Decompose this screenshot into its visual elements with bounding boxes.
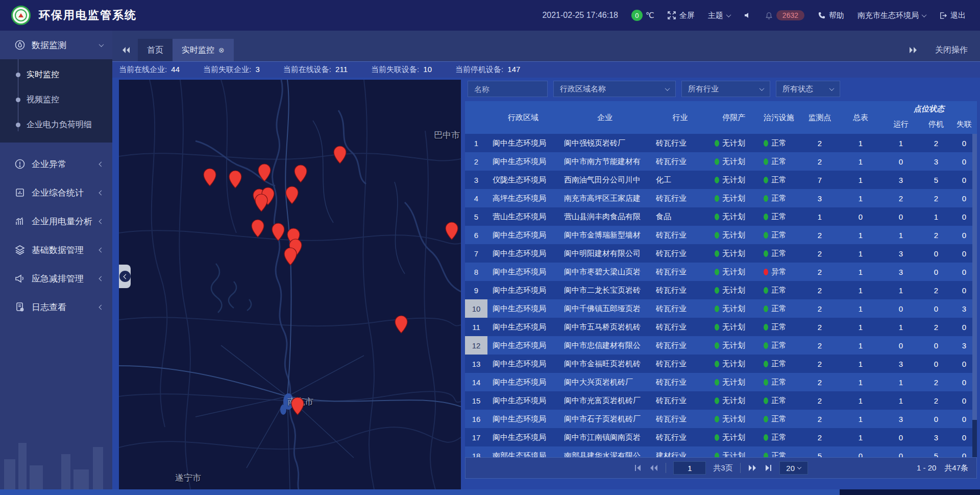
table-row[interactable]: 3仪陇生态环境局西南油气田分公司川中化工无计划正常71350 [465, 171, 977, 189]
table-row[interactable]: 13阆中生态环境局阆中市金福旺页岩机砖砖瓦行业无计划正常21300 [465, 355, 977, 373]
previous-page-button[interactable] [649, 464, 658, 472]
close-operations-dropdown[interactable]: 关闭操作 [935, 45, 968, 56]
map-pin-icon[interactable] [333, 146, 347, 164]
status-dot-green [764, 287, 768, 294]
map-panel[interactable]: 巴中市南充市遂宁市 [119, 80, 461, 489]
table-row[interactable]: 17阆中生态环境局阆中市江南镇阆南页岩砖瓦行业无计划正常21030 [465, 428, 977, 446]
help-button[interactable]: 帮助 [818, 11, 844, 20]
summary-icon [14, 187, 26, 198]
table-cell: 1 [881, 281, 921, 299]
sidebar-subitem-企业电力负荷明细[interactable]: 企业电力负荷明细 [0, 112, 112, 137]
table-row[interactable]: 5营山生态环境局营山县润丰肉食品有限食品无计划正常10010 [465, 207, 977, 226]
table-cell: 无计划 [709, 226, 758, 244]
close-icon[interactable]: ⊗ [218, 46, 225, 54]
table-row[interactable]: 4高坪生态环境局南充市高坪区王家店建砖瓦行业无计划正常31220 [465, 189, 977, 207]
name-filter-input-box [468, 81, 548, 97]
table-cell: 3 [881, 355, 921, 373]
status-dot-green [715, 361, 719, 367]
table-row[interactable]: 9阆中生态环境局阆中市二龙长宝页岩砖砖瓦行业无计划正常21120 [465, 281, 977, 299]
panel-collapse-button[interactable] [119, 265, 131, 288]
table-cell: 无计划 [709, 355, 758, 373]
table-cell: 正常 [758, 281, 799, 299]
table-row[interactable]: 14阆中生态环境局阆中大兴页岩机砖厂砖瓦行业无计划正常21120 [465, 373, 977, 391]
double-right-icon[interactable] [909, 46, 918, 54]
map-pin-icon[interactable] [395, 315, 408, 334]
mute-button[interactable] [744, 11, 752, 19]
logout-button[interactable]: 退出 [939, 11, 966, 20]
sidebar-item-2[interactable]: 企业异常 [0, 150, 112, 178]
sidebar-item-6[interactable]: 应急减排管理 [0, 264, 112, 293]
last-page-button[interactable] [764, 464, 772, 472]
scrollbar-thumb[interactable] [972, 134, 977, 420]
table-row[interactable]: 2阆中生态环境局阆中市南方节能建材有砖瓦行业无计划正常21030 [465, 152, 977, 171]
sidebar-item-4[interactable]: 企业用电量分析 [0, 207, 112, 235]
table-body: 1阆中生态环境局阆中强锐页岩砖厂砖瓦行业无计划正常211202阆中生态环境局阆中… [465, 134, 977, 457]
sidebar-item-3[interactable]: 企业综合统计 [0, 178, 112, 207]
status-dot-green [715, 158, 719, 165]
sidebar-item-label: 日志查看 [32, 301, 66, 313]
table-cell: 阆中市南方节能建材有 [559, 152, 651, 171]
region-filter-select[interactable]: 行政区域名称 [553, 81, 676, 97]
notifications-button[interactable]: 2632 [765, 10, 804, 20]
table-cell: 阆中生态环境局 [487, 318, 559, 336]
theme-dropdown[interactable]: 主题 [708, 11, 730, 20]
table-cell: 正常 [758, 446, 799, 457]
tab-scroll-left-button[interactable] [114, 39, 138, 61]
table-row[interactable]: 10阆中生态环境局阆中千佛镇五郎垭页岩砖瓦行业无计划正常21003 [465, 299, 977, 318]
page-size-select[interactable]: 20 [779, 461, 808, 475]
map-pin-icon[interactable] [294, 164, 307, 183]
status-filter-select[interactable]: 所有状态 [776, 81, 840, 97]
table-row[interactable]: 15阆中生态环境局阆中市光富页岩机砖厂砖瓦行业无计划正常21120 [465, 391, 977, 410]
map-pin-icon[interactable] [203, 168, 216, 186]
sidebar-item-1[interactable]: 数据监测 [0, 31, 112, 59]
table-row[interactable]: 11阆中生态环境局阆中市五马桥页岩机砖砖瓦行业无计划正常21120 [465, 318, 977, 336]
sidebar-subitem-实时监控[interactable]: 实时监控 [0, 62, 112, 87]
sidebar-item-7[interactable]: 日志查看 [0, 293, 112, 321]
filter-row: 行政区域名称 所有行业 所有状态 [465, 81, 977, 97]
table-cell: 阆中生态环境局 [487, 410, 559, 428]
status-dot-green [764, 140, 768, 147]
page-number-input[interactable] [673, 461, 706, 475]
table-row[interactable]: 16阆中生态环境局阆中市石子页岩机砖厂砖瓦行业无计划正常21300 [465, 410, 977, 428]
table-cell: 阆中生态环境局 [487, 281, 559, 299]
table-cell: 1 [921, 207, 951, 226]
table-cell: 3 [465, 171, 487, 189]
map-pin-icon[interactable] [251, 219, 264, 238]
tab-实时监控[interactable]: 实时监控⊗ [173, 39, 234, 61]
fullscreen-button[interactable]: 全屏 [668, 11, 695, 20]
map-pin-icon[interactable] [285, 186, 299, 204]
table-cell: 阆中市五马桥页岩机砖 [559, 318, 651, 336]
table-cell: 南部生态环境局 [487, 446, 559, 457]
table-cell: 高坪生态环境局 [487, 189, 559, 207]
table-cell: 砖瓦行业 [651, 428, 709, 446]
map-pin-icon[interactable] [272, 223, 285, 241]
table-row[interactable]: 7阆中生态环境局阆中明阳建材有限公司砖瓦行业无计划正常21300 [465, 244, 977, 263]
table-row[interactable]: 1阆中生态环境局阆中强锐页岩砖厂砖瓦行业无计划正常21120 [465, 134, 977, 152]
next-page-button[interactable] [748, 464, 757, 472]
industry-filter-select[interactable]: 所有行业 [681, 81, 770, 97]
sidebar-subitem-视频监控[interactable]: 视频监控 [0, 87, 112, 112]
first-page-button[interactable] [634, 464, 642, 472]
map-pin-icon[interactable] [284, 247, 297, 266]
table-cell: 0 [840, 207, 881, 226]
datetime: 2021-02-25 17:46:18 [542, 11, 618, 20]
sidebar-item-5[interactable]: 基础数据管理 [0, 235, 112, 264]
map-pin-icon[interactable] [229, 170, 242, 188]
topbar: 环保用电监管系统 2021-02-25 17:46:18 0 ℃ 全屏 主题 2… [0, 0, 980, 31]
table-vertical-scrollbar[interactable] [972, 134, 977, 457]
table-row[interactable]: 12阆中生态环境局阆中市忠信建材有限公砖瓦行业无计划正常21003 [465, 336, 977, 355]
name-filter-input[interactable] [474, 85, 541, 93]
map-pin-icon[interactable] [258, 163, 271, 182]
table-cell: 2 [799, 299, 840, 318]
table-row[interactable]: 6阆中生态环境局阆中市金博瑞新型墙材砖瓦行业无计划正常21120 [465, 226, 977, 244]
map-pin-icon[interactable] [255, 194, 268, 212]
map-pin-icon[interactable] [291, 397, 304, 415]
map-pin-icon[interactable] [445, 222, 458, 240]
org-dropdown[interactable]: 南充市生态环境局 [857, 11, 926, 20]
horizontal-scrollbar[interactable] [0, 489, 980, 495]
table-row[interactable]: 8阆中生态环境局阆中市枣碧大梁山页岩砖瓦行业无计划异常21300 [465, 263, 977, 281]
table-cell: 阆中大兴页岩机砖厂 [559, 373, 651, 391]
scrollbar-thumb[interactable] [0, 489, 840, 495]
tab-首页[interactable]: 首页 [138, 39, 173, 61]
table-row[interactable]: 18南部生态环境局南部县建华水泥有限公建材行业无计划正常50050 [465, 446, 977, 457]
